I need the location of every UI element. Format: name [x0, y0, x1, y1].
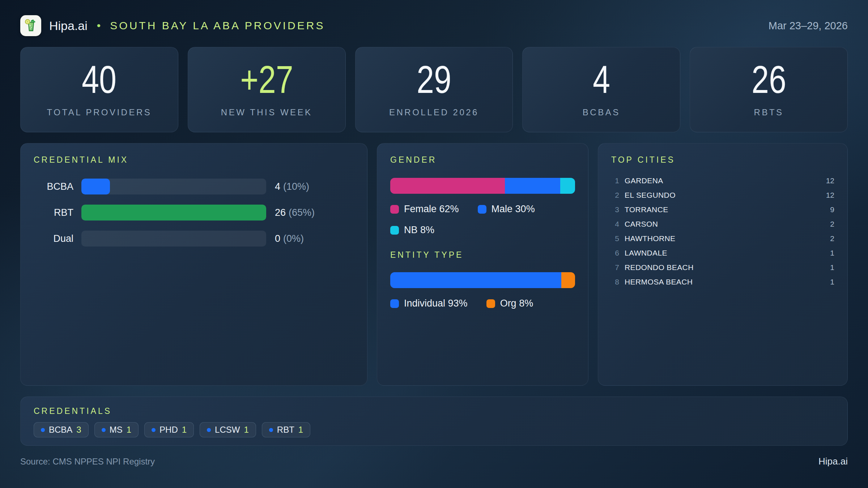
chip-count: 1 [244, 425, 248, 435]
gender-legend-row-1: Female 62% Male 30% [390, 204, 575, 215]
rbt-bar-track [81, 205, 266, 221]
entity-segment-org [561, 272, 575, 288]
legend-label: NB 8% [404, 224, 434, 236]
bcba-bar-fill [81, 179, 110, 194]
credential-row-dual: Dual 0(0%) [34, 231, 354, 247]
male-swatch [478, 205, 486, 214]
city-row: 3 TORRANCE 9 [611, 202, 834, 217]
city-rank: 2 [611, 191, 619, 200]
top-cities-title: TOP CITIES [611, 155, 834, 165]
gender-stacked-bar [390, 178, 575, 194]
bar-label: RBT [34, 207, 73, 218]
mojito-glass-icon [20, 15, 41, 36]
chip-phd: PHD 1 [144, 422, 194, 437]
stat-value: 29 [412, 59, 456, 100]
bcba-bar-track [81, 179, 266, 194]
stat-label: RBTS [754, 107, 784, 117]
city-row: 1 GARDENA 12 [611, 174, 834, 188]
city-count: 1 [830, 249, 834, 257]
chip-dot-icon [207, 428, 211, 432]
legend-label: Male 30% [492, 204, 535, 215]
stat-value: +27 [234, 59, 300, 100]
chip-lcsw: LCSW 1 [200, 422, 256, 437]
org-swatch [486, 299, 495, 308]
credentials-title: CREDENTIALS [34, 406, 834, 416]
page-title: SOUTH BAY LA ABA PROVIDERS [110, 20, 325, 32]
city-list: 1 GARDENA 12 2 EL SEGUNDO 12 3 TORRANCE … [611, 174, 834, 289]
city-count: 2 [830, 234, 834, 243]
main-panels: CREDENTIAL MIX BCBA 4(10%) RBT 26(65%) D… [20, 143, 848, 386]
gender-segment-nb [560, 178, 575, 194]
footer-source: Source: CMS NPPES NPI Registry [20, 457, 155, 467]
stat-label: NEW THIS WEEK [221, 107, 312, 117]
legend-label: Org 8% [500, 298, 533, 309]
header: Hipa.ai • SOUTH BAY LA ABA PROVIDERS Mar… [20, 0, 848, 47]
gender-panel: GENDER Female 62% Male 30% N [377, 143, 588, 386]
gender-legend-row-2: NB 8% [390, 224, 575, 236]
legend-item-nb: NB 8% [390, 224, 434, 236]
city-rank: 5 [611, 234, 619, 243]
legend-item-female: Female 62% [390, 204, 459, 215]
date-range: Mar 23–29, 2026 [769, 20, 848, 32]
city-count: 9 [830, 205, 834, 214]
footer: Source: CMS NPPES NPI Registry Hipa.ai [20, 456, 848, 467]
credential-chips: BCBA 3 MS 1 PHD 1 LCSW 1 RBT 1 [34, 422, 834, 437]
dashboard-page: Hipa.ai • SOUTH BAY LA ABA PROVIDERS Mar… [0, 0, 868, 488]
stat-label: BCBAS [583, 107, 620, 117]
legend-item-male: Male 30% [478, 204, 535, 215]
bar-label: BCBA [34, 181, 73, 192]
chip-label: LCSW [215, 425, 240, 435]
credential-row-rbt: RBT 26(65%) [34, 205, 354, 221]
stat-label: ENROLLED 2026 [389, 107, 479, 117]
credentials-panel: CREDENTIALS BCBA 3 MS 1 PHD 1 LCSW 1 [20, 397, 848, 446]
entity-legend-row: Individual 93% Org 8% [390, 298, 575, 309]
credential-mix-panel: CREDENTIAL MIX BCBA 4(10%) RBT 26(65%) D… [20, 143, 367, 386]
entity-type-title: ENTITY TYPE [390, 250, 575, 260]
chip-dot-icon [269, 428, 273, 432]
stat-card-new-this-week: +27 NEW THIS WEEK [188, 47, 346, 132]
stat-value: 4 [591, 59, 612, 100]
separator-dot: • [97, 20, 101, 32]
city-name: HAWTHORNE [625, 234, 675, 243]
city-rank: 1 [611, 176, 619, 185]
city-count: 1 [830, 278, 834, 286]
chip-count: 1 [127, 425, 131, 435]
stats-row: 40 TOTAL PROVIDERS +27 NEW THIS WEEK 29 … [20, 47, 848, 132]
nb-swatch [390, 226, 399, 235]
city-rank: 4 [611, 220, 619, 228]
city-count: 2 [830, 220, 834, 228]
chip-count: 3 [76, 425, 81, 435]
bar-label: Dual [34, 233, 73, 244]
bar-value: 0(0%) [275, 233, 304, 244]
chip-count: 1 [182, 425, 187, 435]
chip-label: PHD [159, 425, 178, 435]
city-count: 1 [830, 263, 834, 272]
brand[interactable]: Hipa.ai [20, 15, 88, 36]
city-name: REDONDO BEACH [625, 263, 694, 272]
chip-label: RBT [277, 425, 294, 435]
legend-label: Individual 93% [404, 298, 468, 309]
chip-ms: MS 1 [94, 422, 139, 437]
gender-segment-female [390, 178, 505, 194]
city-name: HERMOSA BEACH [625, 278, 693, 286]
city-count: 12 [826, 191, 834, 200]
chip-dot-icon [152, 428, 156, 432]
top-cities-panel: TOP CITIES 1 GARDENA 12 2 EL SEGUNDO 12 … [598, 143, 848, 386]
city-count: 12 [826, 176, 834, 185]
stat-card-total-providers: 40 TOTAL PROVIDERS [20, 47, 178, 132]
stat-label: TOTAL PROVIDERS [47, 107, 152, 117]
rbt-bar-fill [81, 205, 266, 221]
legend-label: Female 62% [404, 204, 459, 215]
entity-segment-individual [390, 272, 561, 288]
gender-title: GENDER [390, 155, 575, 165]
stat-card-enrolled-2026: 29 ENROLLED 2026 [355, 47, 513, 132]
chip-label: MS [110, 425, 123, 435]
city-row: 5 HAWTHORNE 2 [611, 231, 834, 246]
stat-card-bcbas: 4 BCBAS [522, 47, 680, 132]
city-name: CARSON [625, 220, 658, 228]
city-name: GARDENA [625, 176, 663, 185]
city-name: EL SEGUNDO [625, 191, 676, 200]
female-swatch [390, 205, 399, 214]
chip-label: BCBA [49, 425, 72, 435]
legend-item-individual: Individual 93% [390, 298, 468, 309]
